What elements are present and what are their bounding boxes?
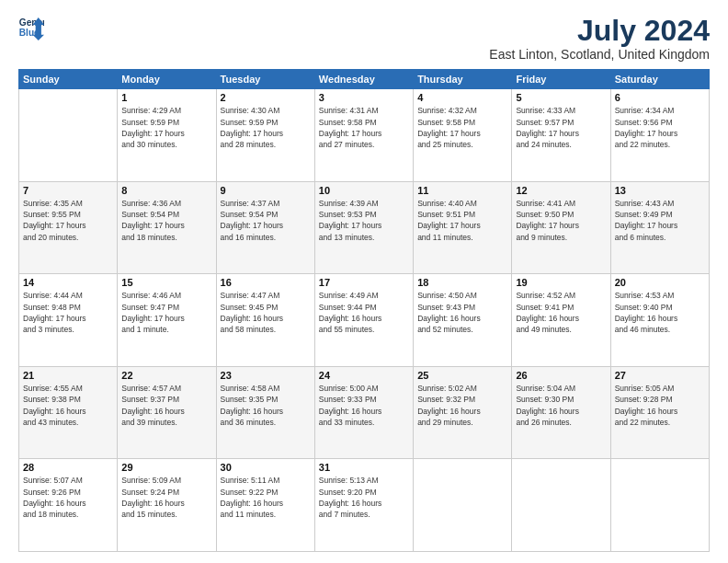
day-number: 14: [23, 277, 113, 288]
day-number: 16: [221, 277, 311, 288]
table-cell: 16Sunrise: 4:47 AM Sunset: 9:45 PM Dayli…: [216, 274, 314, 367]
table-cell: 23Sunrise: 4:58 AM Sunset: 9:35 PM Dayli…: [216, 366, 314, 459]
table-cell: 11Sunrise: 4:40 AM Sunset: 9:51 PM Dayli…: [414, 181, 512, 274]
cell-info: Sunrise: 5:07 AM Sunset: 9:26 PM Dayligh…: [23, 475, 113, 520]
day-number: 7: [23, 185, 113, 196]
cell-info: Sunrise: 4:50 AM Sunset: 9:43 PM Dayligh…: [417, 290, 507, 335]
table-cell: 17Sunrise: 4:49 AM Sunset: 9:44 PM Dayli…: [314, 274, 413, 367]
table-cell: 8Sunrise: 4:36 AM Sunset: 9:54 PM Daylig…: [118, 181, 216, 274]
table-cell: 22Sunrise: 4:57 AM Sunset: 9:37 PM Dayli…: [118, 366, 216, 459]
calendar-row: 21Sunrise: 4:55 AM Sunset: 9:38 PM Dayli…: [19, 366, 710, 459]
calendar-table: Sunday Monday Tuesday Wednesday Thursday…: [18, 69, 710, 552]
day-number: 15: [121, 277, 211, 288]
cell-info: Sunrise: 5:02 AM Sunset: 9:32 PM Dayligh…: [417, 383, 507, 428]
cell-info: Sunrise: 5:05 AM Sunset: 9:28 PM Dayligh…: [615, 383, 705, 428]
cell-info: Sunrise: 4:30 AM Sunset: 9:59 PM Dayligh…: [221, 105, 311, 150]
table-cell: 26Sunrise: 5:04 AM Sunset: 9:30 PM Dayli…: [512, 366, 610, 459]
day-number: 8: [121, 185, 211, 196]
header: General Blue July 2024 East Linton, Scot…: [18, 15, 710, 62]
day-number: 26: [516, 370, 606, 381]
cell-info: Sunrise: 4:37 AM Sunset: 9:54 PM Dayligh…: [221, 198, 311, 243]
cell-info: Sunrise: 4:58 AM Sunset: 9:35 PM Dayligh…: [221, 383, 311, 428]
table-cell: 13Sunrise: 4:43 AM Sunset: 9:49 PM Dayli…: [610, 181, 709, 274]
table-cell: 27Sunrise: 5:05 AM Sunset: 9:28 PM Dayli…: [610, 366, 709, 459]
table-cell: 3Sunrise: 4:31 AM Sunset: 9:58 PM Daylig…: [314, 89, 413, 182]
table-cell: 25Sunrise: 5:02 AM Sunset: 9:32 PM Dayli…: [414, 366, 512, 459]
day-number: 17: [319, 277, 409, 288]
table-cell: [610, 459, 709, 552]
cell-info: Sunrise: 4:57 AM Sunset: 9:37 PM Dayligh…: [121, 383, 211, 428]
day-number: 9: [221, 185, 311, 196]
day-number: 3: [319, 92, 409, 103]
table-cell: 4Sunrise: 4:32 AM Sunset: 9:58 PM Daylig…: [414, 89, 512, 182]
cell-info: Sunrise: 5:04 AM Sunset: 9:30 PM Dayligh…: [516, 383, 606, 428]
table-cell: 30Sunrise: 5:11 AM Sunset: 9:22 PM Dayli…: [216, 459, 314, 552]
calendar-row: 14Sunrise: 4:44 AM Sunset: 9:48 PM Dayli…: [19, 274, 710, 367]
col-wednesday: Wednesday: [314, 70, 413, 89]
cell-info: Sunrise: 4:41 AM Sunset: 9:50 PM Dayligh…: [516, 198, 606, 243]
col-saturday: Saturday: [610, 70, 709, 89]
table-cell: [414, 459, 512, 552]
day-number: 4: [417, 92, 507, 103]
day-number: 2: [221, 92, 311, 103]
title-block: July 2024 East Linton, Scotland, United …: [489, 15, 710, 62]
table-cell: 2Sunrise: 4:30 AM Sunset: 9:59 PM Daylig…: [216, 89, 314, 182]
table-cell: 1Sunrise: 4:29 AM Sunset: 9:59 PM Daylig…: [118, 89, 216, 182]
day-number: 31: [319, 462, 409, 473]
col-friday: Friday: [512, 70, 610, 89]
cell-info: Sunrise: 4:40 AM Sunset: 9:51 PM Dayligh…: [417, 198, 507, 243]
page: General Blue July 2024 East Linton, Scot…: [0, 0, 728, 563]
table-cell: 6Sunrise: 4:34 AM Sunset: 9:56 PM Daylig…: [610, 89, 709, 182]
table-cell: 15Sunrise: 4:46 AM Sunset: 9:47 PM Dayli…: [118, 274, 216, 367]
table-cell: 28Sunrise: 5:07 AM Sunset: 9:26 PM Dayli…: [19, 459, 118, 552]
table-cell: 21Sunrise: 4:55 AM Sunset: 9:38 PM Dayli…: [19, 366, 118, 459]
table-cell: 9Sunrise: 4:37 AM Sunset: 9:54 PM Daylig…: [216, 181, 314, 274]
table-cell: 5Sunrise: 4:33 AM Sunset: 9:57 PM Daylig…: [512, 89, 610, 182]
table-cell: 14Sunrise: 4:44 AM Sunset: 9:48 PM Dayli…: [19, 274, 118, 367]
day-number: 28: [23, 462, 113, 473]
cell-info: Sunrise: 4:46 AM Sunset: 9:47 PM Dayligh…: [121, 290, 211, 335]
cell-info: Sunrise: 4:33 AM Sunset: 9:57 PM Dayligh…: [516, 105, 606, 150]
calendar-header-row: Sunday Monday Tuesday Wednesday Thursday…: [19, 70, 710, 89]
day-number: 24: [319, 370, 409, 381]
cell-info: Sunrise: 5:00 AM Sunset: 9:33 PM Dayligh…: [319, 383, 409, 428]
col-tuesday: Tuesday: [216, 70, 314, 89]
calendar-row: 1Sunrise: 4:29 AM Sunset: 9:59 PM Daylig…: [19, 89, 710, 182]
day-number: 1: [121, 92, 211, 103]
day-number: 6: [615, 92, 705, 103]
day-number: 18: [417, 277, 507, 288]
col-thursday: Thursday: [414, 70, 512, 89]
table-cell: 31Sunrise: 5:13 AM Sunset: 9:20 PM Dayli…: [314, 459, 413, 552]
day-number: 13: [615, 185, 705, 196]
cell-info: Sunrise: 4:44 AM Sunset: 9:48 PM Dayligh…: [23, 290, 113, 335]
cell-info: Sunrise: 4:53 AM Sunset: 9:40 PM Dayligh…: [615, 290, 705, 335]
cell-info: Sunrise: 5:11 AM Sunset: 9:22 PM Dayligh…: [221, 475, 311, 520]
day-number: 25: [417, 370, 507, 381]
col-monday: Monday: [118, 70, 216, 89]
table-cell: 19Sunrise: 4:52 AM Sunset: 9:41 PM Dayli…: [512, 274, 610, 367]
day-number: 11: [417, 185, 507, 196]
subtitle: East Linton, Scotland, United Kingdom: [489, 47, 710, 62]
day-number: 30: [221, 462, 311, 473]
day-number: 10: [319, 185, 409, 196]
table-cell: [512, 459, 610, 552]
cell-info: Sunrise: 4:29 AM Sunset: 9:59 PM Dayligh…: [121, 105, 211, 150]
day-number: 20: [615, 277, 705, 288]
cell-info: Sunrise: 4:34 AM Sunset: 9:56 PM Dayligh…: [615, 105, 705, 150]
table-cell: 18Sunrise: 4:50 AM Sunset: 9:43 PM Dayli…: [414, 274, 512, 367]
main-title: July 2024: [489, 15, 710, 47]
calendar-row: 7Sunrise: 4:35 AM Sunset: 9:55 PM Daylig…: [19, 181, 710, 274]
cell-info: Sunrise: 5:09 AM Sunset: 9:24 PM Dayligh…: [121, 475, 211, 520]
table-cell: 24Sunrise: 5:00 AM Sunset: 9:33 PM Dayli…: [314, 366, 413, 459]
day-number: 22: [121, 370, 211, 381]
table-cell: 12Sunrise: 4:41 AM Sunset: 9:50 PM Dayli…: [512, 181, 610, 274]
cell-info: Sunrise: 4:43 AM Sunset: 9:49 PM Dayligh…: [615, 198, 705, 243]
cell-info: Sunrise: 4:39 AM Sunset: 9:53 PM Dayligh…: [319, 198, 409, 243]
table-cell: [19, 89, 118, 182]
cell-info: Sunrise: 4:52 AM Sunset: 9:41 PM Dayligh…: [516, 290, 606, 335]
day-number: 21: [23, 370, 113, 381]
day-number: 12: [516, 185, 606, 196]
cell-info: Sunrise: 4:35 AM Sunset: 9:55 PM Dayligh…: [23, 198, 113, 243]
cell-info: Sunrise: 4:47 AM Sunset: 9:45 PM Dayligh…: [221, 290, 311, 335]
day-number: 5: [516, 92, 606, 103]
